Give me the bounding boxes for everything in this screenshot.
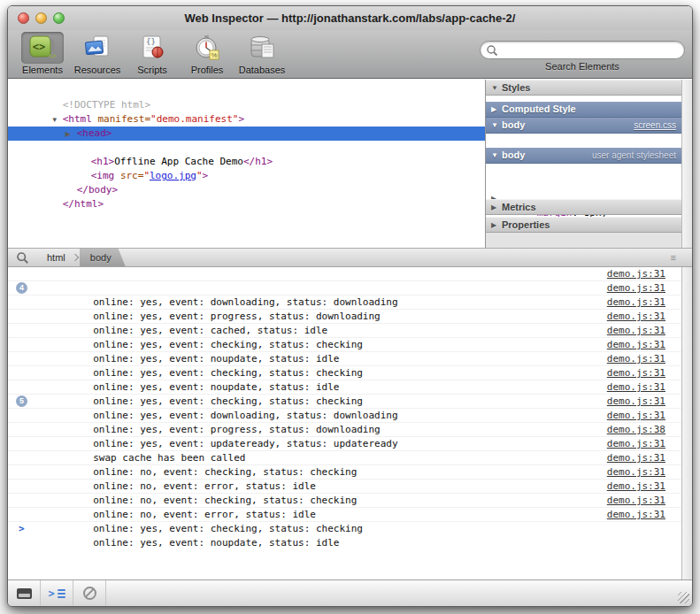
breadcrumb-body[interactable]: body bbox=[80, 249, 126, 266]
disclosure-triangle-icon[interactable]: ▼ bbox=[51, 113, 63, 127]
console-source-link[interactable]: demo.js:31 bbox=[607, 267, 665, 281]
section-label: Styles bbox=[502, 82, 530, 93]
search-input[interactable] bbox=[498, 42, 684, 58]
console-row[interactable]: online: yes, event: downloading, status:… bbox=[8, 267, 681, 281]
repeat-count-badge: 5 bbox=[16, 395, 27, 407]
dom-node-doctype[interactable]: <!DOCTYPE html> bbox=[8, 84, 485, 98]
resize-grip-icon[interactable] bbox=[678, 592, 689, 603]
show-console-button[interactable]: > bbox=[41, 580, 73, 606]
console-row[interactable]: online: yes, event: downloading, status:… bbox=[8, 380, 681, 395]
minimize-icon[interactable] bbox=[35, 12, 47, 24]
search-icon bbox=[486, 44, 498, 57]
elements-icon: <> <> bbox=[21, 32, 64, 64]
section-properties[interactable]: ▶ Properties bbox=[486, 217, 681, 233]
search-field[interactable] bbox=[480, 41, 685, 59]
toolbar-item-profiles[interactable]: % Profiles bbox=[180, 32, 235, 75]
disclosure-triangle-icon: ▼ bbox=[491, 81, 498, 96]
console-source-link[interactable]: demo.js:31 bbox=[607, 480, 665, 494]
disclosure-triangle-icon: ▶ bbox=[491, 102, 496, 117]
console-row[interactable]: online: yes, event: checking, status: ch… bbox=[8, 310, 681, 324]
console-message: online: yes, event: noupdate, status: id… bbox=[93, 537, 339, 549]
console-row[interactable]: online: yes, event: noupdate, status: id… bbox=[8, 508, 681, 522]
console-source-link[interactable]: demo.js:31 bbox=[607, 437, 665, 451]
dock-window-button[interactable] bbox=[8, 580, 41, 606]
img-src-link[interactable]: logo.jpg bbox=[150, 170, 196, 181]
doctype-text: <!DOCTYPE html> bbox=[63, 99, 150, 111]
console-row[interactable]: online: yes, event: checking, status: ch… bbox=[8, 494, 681, 508]
breadcrumb-html[interactable]: html bbox=[36, 249, 76, 266]
css-property-display[interactable]: display: block; bbox=[486, 164, 681, 178]
console-source-link[interactable]: demo.js:31 bbox=[607, 508, 665, 522]
disclosure-triangle-icon: ▶ bbox=[491, 200, 496, 215]
rule-selector: body bbox=[502, 150, 525, 160]
console-source-link[interactable]: demo.js:31 bbox=[607, 465, 665, 480]
console-source-link[interactable]: demo.js:31 bbox=[607, 281, 665, 295]
section-computed-style[interactable]: ▶ Computed Style bbox=[486, 102, 681, 118]
title-bar[interactable]: Web Inspector — http://jonathanstark.com… bbox=[8, 6, 692, 30]
toolbar-item-label: Databases bbox=[239, 65, 286, 75]
console-scrollbar[interactable] bbox=[681, 267, 693, 580]
console-source-link[interactable]: demo.js:31 bbox=[607, 295, 665, 310]
console-source-link[interactable]: demo.js:31 bbox=[607, 338, 665, 352]
console-row[interactable]: online: no, event: error, status: idle d… bbox=[8, 451, 681, 465]
scripts-icon: {} bbox=[131, 32, 173, 64]
console-row[interactable]: online: yes, event: checking, status: ch… bbox=[8, 338, 681, 352]
rule-selector: body bbox=[502, 119, 525, 130]
spacer bbox=[486, 96, 681, 102]
search-label: Search Elements bbox=[545, 61, 619, 72]
svg-text:%: % bbox=[211, 51, 217, 59]
dom-tree-pane: <!DOCTYPE html> ▼<html manifest="demo.ma… bbox=[8, 80, 485, 248]
console-row[interactable]: online: no, event: checking, status: che… bbox=[8, 437, 681, 451]
toolbar-item-resources[interactable]: Resources bbox=[70, 32, 125, 75]
rule-body-user-agent[interactable]: ▼ user agent stylesheet body bbox=[486, 148, 681, 164]
show-console-icon: > bbox=[48, 587, 65, 600]
resources-icon bbox=[76, 32, 119, 64]
sidebar-scrollbar[interactable] bbox=[681, 80, 693, 248]
console-row[interactable]: online: yes, event: noupdate, status: id… bbox=[8, 352, 681, 366]
console-row[interactable]: 4 online: yes, event: progress, status: … bbox=[8, 281, 681, 295]
console-row[interactable]: online: yes, event: cached, status: idle… bbox=[8, 295, 681, 310]
toolbar-item-elements[interactable]: <> <> Elements bbox=[15, 32, 70, 75]
section-label: Properties bbox=[502, 219, 550, 230]
console-source-link[interactable]: demo.js:31 bbox=[607, 310, 665, 324]
window-controls bbox=[18, 12, 65, 24]
console-source-link[interactable]: demo.js:31 bbox=[607, 494, 665, 508]
disclosure-triangle-icon[interactable]: ▶ bbox=[65, 127, 77, 142]
console-row[interactable]: swap cache has been called demo.js:38 bbox=[8, 423, 681, 437]
console-rows: online: yes, event: downloading, status:… bbox=[8, 267, 681, 522]
console-row[interactable]: online: no, event: checking, status: che… bbox=[8, 465, 681, 480]
toolbar-item-databases[interactable]: Databases bbox=[235, 32, 289, 75]
css-property-font[interactable]: font: normal normal normal 75%/nor… bbox=[486, 134, 681, 148]
clear-console-icon bbox=[83, 587, 96, 600]
section-metrics[interactable]: ▶ Metrics bbox=[486, 199, 681, 215]
console-source-link[interactable]: demo.js:31 bbox=[607, 409, 665, 423]
console-source-link[interactable]: demo.js:31 bbox=[607, 366, 665, 380]
dock-window-icon bbox=[17, 588, 32, 599]
console-source-link[interactable]: demo.js:31 bbox=[607, 324, 665, 338]
stylesheet-source: user agent stylesheet bbox=[592, 148, 676, 163]
console-row[interactable]: online: yes, event: checking, status: ch… bbox=[8, 366, 681, 380]
toolbar-item-scripts[interactable]: {} Scripts bbox=[125, 32, 180, 75]
console-row[interactable]: online: yes, event: updateready, status:… bbox=[8, 409, 681, 423]
rule-body-screen-css[interactable]: ▼ screen.css body bbox=[486, 118, 681, 134]
css-property-margin[interactable]: ▶ margin: 8px; bbox=[486, 178, 681, 192]
console-row[interactable]: online: yes, event: noupdate, status: id… bbox=[8, 324, 681, 338]
toolbar-item-label: Scripts bbox=[137, 65, 167, 75]
close-icon[interactable] bbox=[18, 12, 29, 24]
console-source-link[interactable]: demo.js:31 bbox=[607, 451, 665, 465]
section-styles[interactable]: ▼ Styles bbox=[486, 80, 681, 96]
stylesheet-link[interactable]: screen.css bbox=[634, 120, 676, 130]
clear-console-button[interactable] bbox=[73, 580, 106, 606]
zoom-icon[interactable] bbox=[53, 12, 65, 24]
toolbar-search: Search Elements bbox=[480, 32, 685, 72]
console-row[interactable]: 5 online: yes, event: progress, status: … bbox=[8, 395, 681, 409]
console-row[interactable]: online: no, event: error, status: idle d… bbox=[8, 480, 681, 494]
crumb-search-icon[interactable] bbox=[16, 251, 29, 265]
splitter-grip-icon[interactable]: ≡ bbox=[671, 252, 676, 263]
console-source-link[interactable]: demo.js:31 bbox=[607, 352, 665, 366]
web-inspector-window: Web Inspector — http://jonathanstark.com… bbox=[7, 5, 693, 607]
disclosure-triangle-icon[interactable]: ▼ bbox=[65, 142, 77, 156]
console-source-link[interactable]: demo.js:38 bbox=[607, 423, 665, 437]
console-source-link[interactable]: demo.js:31 bbox=[607, 395, 665, 409]
console-source-link[interactable]: demo.js:31 bbox=[607, 380, 665, 395]
